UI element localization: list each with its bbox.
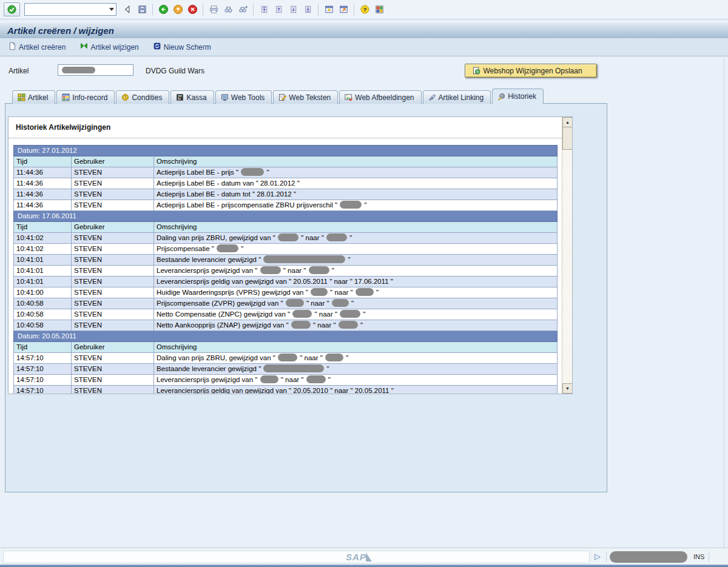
history-row: 10:41:02STEVENDaling van prijs ZBRU, gew…	[14, 233, 558, 244]
divider	[606, 551, 607, 562]
column-header-row: TijdGebruikerOmschrijving	[14, 156, 558, 167]
cell-time: 10:40:58	[14, 309, 72, 320]
cell-description: Leveranciersprijs gewijzigd van " " naar…	[154, 266, 558, 277]
redacted-value	[291, 321, 311, 329]
cell-time: 10:41:00	[14, 287, 72, 298]
cell-user: STEVEN	[72, 386, 154, 395]
tab-web-afbeeldingen[interactable]: Web Afbeeldingen	[339, 90, 421, 104]
enter-button[interactable]	[4, 2, 20, 16]
redacted-value	[340, 201, 362, 209]
historiek-tab-panel: Historiek Artikelwijzigingen Datum: 27.0…	[5, 103, 607, 492]
cell-description: Daling van prijs ZBRU, gewijzigd van " "…	[154, 233, 558, 244]
cell-description: Bestaande leverancier gewijzigd " "	[154, 364, 558, 375]
print-icon[interactable]	[207, 3, 220, 16]
tab-artikel-linking[interactable]: Artikel Linking	[423, 90, 491, 104]
redacted-value	[340, 310, 360, 318]
help-icon[interactable]: ?	[358, 3, 371, 16]
scroll-up-button[interactable]: ▲	[562, 117, 573, 127]
back-icon[interactable]	[121, 3, 134, 16]
history-row: 10:41:02STEVENPrijscompensatie " "	[14, 244, 558, 255]
cell-description: Actieprijs Label BE - prijscompensatie Z…	[154, 200, 558, 211]
app-button-label: Artikel wijzigen	[90, 43, 138, 52]
tab-kassa[interactable]: Kassa	[170, 90, 214, 104]
last-page-icon[interactable]	[301, 3, 314, 16]
find-next-icon[interactable]	[236, 3, 249, 16]
cell-user: STEVEN	[72, 233, 154, 244]
status-bar: SAP ▷ INS	[0, 548, 728, 565]
redacted-status-field	[610, 551, 687, 563]
enter-check-icon	[7, 4, 17, 15]
window-bottom-border	[0, 565, 728, 567]
column-header: Gebruiker	[72, 156, 154, 167]
tab-web-teksten[interactable]: Web Teksten	[273, 90, 338, 104]
cell-user: STEVEN	[72, 309, 154, 320]
page-down-icon[interactable]	[286, 3, 300, 16]
date-section-row: Datum: 17.06.2011	[14, 211, 558, 222]
status-expand-icon[interactable]: ▷	[595, 552, 601, 561]
artikel-field[interactable]	[58, 64, 133, 76]
app-button-artikel-wijzigen[interactable]: Artikel wijzigen	[79, 41, 138, 53]
cell-time: 10:41:01	[14, 266, 72, 277]
cell-time: 10:40:58	[14, 298, 72, 309]
history-row: 10:40:58STEVENNetto Aankoopprijs (ZNAP) …	[14, 320, 558, 331]
tab-label: Web Tools	[231, 93, 265, 102]
tab-strip: ArtikelInfo-recordConditiesKassaWeb Tool…	[5, 89, 544, 104]
new-session-icon[interactable]	[322, 3, 335, 16]
cell-description: Actieprijs Label BE - datum van " 28.01.…	[154, 178, 558, 189]
history-table: Datum: 27.01.2012TijdGebruikerOmschrijvi…	[13, 145, 558, 394]
divider	[8, 138, 562, 139]
cell-user: STEVEN	[72, 244, 154, 255]
first-page-icon[interactable]	[257, 3, 271, 16]
app-button-nieuw-scherm[interactable]: Nieuw Scherm	[152, 41, 211, 53]
shortcut-icon[interactable]	[337, 3, 350, 16]
nav-exit-icon[interactable]	[171, 3, 184, 16]
history-row: 10:41:01STEVENLeveranciersprijs gewijzig…	[14, 266, 558, 277]
command-input[interactable]	[26, 4, 106, 15]
redacted-value	[286, 299, 304, 307]
column-header: Tijd	[14, 342, 72, 353]
cell-user: STEVEN	[72, 255, 154, 266]
tab-historiek[interactable]: Historiek	[492, 89, 544, 104]
history-row: 10:41:01STEVENLeveranciersprijs geldig v…	[14, 277, 558, 287]
redacted-value	[278, 233, 298, 241]
find-icon[interactable]	[221, 3, 235, 16]
save-icon[interactable]	[135, 3, 149, 16]
nav-back-icon[interactable]	[157, 3, 170, 16]
cell-user: STEVEN	[72, 189, 154, 200]
app-button-artikel-cre-ren[interactable]: Artikel creëren	[7, 41, 66, 53]
tab-info-record[interactable]: Info-record	[56, 90, 115, 104]
date-section-row: Datum: 20.05.2011	[14, 331, 558, 342]
cell-time: 11:44:36	[14, 167, 72, 178]
customize-icon[interactable]	[372, 3, 386, 16]
tab-label: Condities	[132, 93, 162, 102]
tab-artikel[interactable]: Artikel	[12, 90, 55, 104]
status-message-area	[3, 551, 590, 563]
chevron-down-icon[interactable]	[109, 8, 114, 13]
redacted-value	[241, 168, 264, 176]
page-up-icon[interactable]	[272, 3, 285, 16]
cell-time: 14:57:10	[14, 386, 72, 395]
vertical-scrollbar[interactable]: ▲ ▼	[562, 117, 572, 394]
application-toolbar: Artikel creërenArtikel wijzigenNieuw Sch…	[0, 38, 728, 56]
cell-description: Actieprijs Label BE - datum tot " 28.01.…	[154, 189, 558, 200]
webshop-save-button[interactable]: Webshop Wijzigingen Opslaan	[465, 64, 597, 78]
redacted-value	[325, 354, 343, 361]
tab-label: Web Afbeeldingen	[355, 93, 414, 102]
scroll-down-button[interactable]: ▼	[562, 383, 573, 394]
history-title: Historiek Artikelwijzigingen	[16, 123, 110, 132]
history-row: 11:44:36STEVENActieprijs Label BE - prij…	[14, 167, 558, 178]
tab-webafbeeldingen-icon	[345, 93, 352, 101]
webshop-icon	[472, 66, 481, 75]
nav-cancel-icon[interactable]	[186, 3, 199, 16]
history-row: 10:40:58STEVENNetto Compensatie (ZNPC) g…	[14, 309, 558, 320]
toolbar-separator	[152, 4, 153, 16]
tab-condities[interactable]: Condities	[116, 90, 169, 104]
column-header: Tijd	[14, 156, 72, 167]
sap-logo: SAP	[346, 552, 372, 562]
history-row: 10:41:01STEVENBestaande leverancier gewi…	[14, 255, 558, 266]
cell-time: 14:57:10	[14, 353, 72, 364]
tab-web-tools[interactable]: Web Tools	[215, 90, 272, 104]
tab-label: Artikel	[28, 93, 48, 102]
scrollbar-thumb[interactable]	[562, 127, 573, 150]
command-field[interactable]	[24, 3, 116, 16]
